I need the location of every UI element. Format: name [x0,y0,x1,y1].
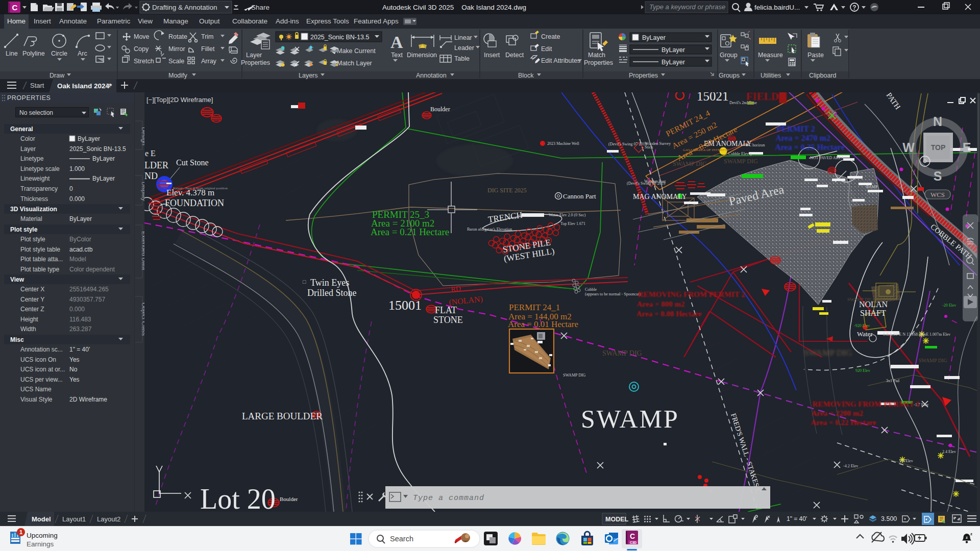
svg-text:UCS icon at or...: UCS icon at or... [20,366,65,373]
svg-text:E: E [963,140,971,155]
svg-text:SWAMP DIG: SWAMP DIG [919,358,947,363]
svg-text:3x1 Pad: 3x1 Pad [886,379,899,383]
svg-text:-20 Elev: -20 Elev [942,303,956,308]
svg-text:Type a keyword or phrase: Type a keyword or phrase [649,3,725,11]
svg-text:Start: Start [30,82,44,89]
svg-text:RAMP: RAMP [866,185,878,189]
svg-text:REMOVING FROM PERMIT 1: REMOVING FROM PERMIT 1 [813,400,920,408]
svg-text:0.000: 0.000 [69,195,85,203]
svg-text:Paste: Paste [807,52,824,59]
svg-text:Top Elev 1.671: Top Elev 1.671 [560,221,585,226]
svg-text:-920 Elev: -920 Elev [854,323,870,328]
svg-text:ByLayer: ByLayer [642,34,666,41]
svg-text:Drafting & Annotation: Drafting & Annotation [152,4,217,11]
svg-text:Layout1: Layout1 [62,515,86,523]
svg-text:3D Visualization: 3D Visualization [10,206,57,213]
svg-text:Twin Eyes: Twin Eyes [310,278,349,288]
svg-text:☐: ☐ [302,280,306,285]
svg-text:0: 0 [69,185,73,192]
svg-text:ByLayer: ByLayer [92,175,115,182]
svg-text:Edit: Edit [541,45,552,53]
svg-text:Autodesk Civil 3D 2025 Oak: Autodesk Civil 3D 2025 Oak Island 2024.d… [382,4,526,11]
svg-text:Properties: Properties [241,59,270,66]
svg-text:Model: Model [69,256,86,263]
svg-text:920 Elev: 920 Elev [855,368,870,373]
svg-text:1.000: 1.000 [69,165,85,172]
svg-text:S.E.6,347E N 13,168.28mE 1.007: S.E.6,347E N 13,168.28mE 1.007m Elev [883,332,950,337]
svg-text:Modify: Modify [168,72,188,79]
svg-text:Misc: Misc [10,336,24,343]
svg-text:ByLayer: ByLayer [92,155,115,162]
svg-text:acad.ctb: acad.ctb [69,246,93,253]
svg-text:Linetype scale: Linetype scale [20,165,60,172]
svg-text:Create: Create [541,33,560,40]
svg-text:Dimension: Dimension [407,52,437,59]
svg-text:(Devil's Swing 07 2019: (Devil's Swing 07 2019 [608,142,647,146]
svg-text:Lot 20: Lot 20 [200,483,276,512]
svg-text:3.500: 3.500 [881,515,897,522]
svg-text:Area = 0.25 Hectare: Area = 0.25 Hectare [775,143,844,152]
svg-text:Upcoming: Upcoming [27,532,58,539]
svg-text:Plot style: Plot style [20,236,45,243]
svg-text:(appears to be normal - Spoonc: (appears to be normal - Spooncut) [585,292,641,296]
svg-text:1: 1 [19,529,22,535]
svg-text:z: z [970,532,972,536]
svg-text:ByColor: ByColor [69,236,91,243]
svg-text:NOT PAVED AREA: NOT PAVED AREA [810,156,844,160]
svg-text:UCS per view...: UCS per view... [20,376,63,383]
svg-text:Height: Height [20,316,38,323]
svg-text:Move: Move [134,33,150,40]
svg-text:Visual Style: Visual Style [20,396,53,403]
svg-text:2D Wireframe: 2D Wireframe [69,396,107,403]
svg-text:1" = 40': 1" = 40' [69,346,90,353]
svg-text:A: A [390,33,403,52]
svg-text:Transparency: Transparency [20,185,58,192]
svg-text:Annotation: Annotation [416,72,447,79]
svg-text:Measure: Measure [758,52,783,59]
svg-text:Plot style: Plot style [10,226,38,233]
svg-text:Area = 2470 m2: Area = 2470 m2 [775,134,830,142]
svg-text:116.483: 116.483 [69,316,91,323]
svg-text:Fillet: Fillet [201,45,215,53]
svg-text:Lineweight: Lineweight [20,175,50,182]
svg-text:Edit Attributes: Edit Attributes [541,57,580,64]
svg-text:Layout2: Layout2 [97,515,120,523]
svg-text:RD: RD [451,285,461,293]
svg-text:Type a command: Type a command [413,494,484,503]
svg-text:Arc: Arc [78,50,87,57]
svg-text:Area = 0.22 Hectare: Area = 0.22 Hectare [811,418,876,427]
svg-text:Earnings: Earnings [27,540,54,548]
svg-text:UCS icon On: UCS icon On [20,356,56,363]
svg-text:ByLayer: ByLayer [69,215,92,222]
svg-text:MAG ANOMALY: MAG ANOMALY [633,193,687,201]
svg-text:Cobble Elevʼş: Cobble Elevʼş [728,152,752,156]
svg-text:N: N [933,114,942,129]
svg-text:Water Elev 2.0 (0 Sec): Water Elev 2.0 (0 Sec) [549,213,586,217]
svg-text:Linear: Linear [454,34,472,41]
svg-text:SWAMP DIG: SWAMP DIG [602,349,642,357]
svg-text:Baron aforgatae's Elevation: Baron aforgatae's Elevation [467,227,512,232]
svg-text:Center Z: Center Z [20,306,44,313]
svg-text:PERMIT 2: PERMIT 2 [776,124,815,133]
svg-text:Center X: Center X [20,286,44,293]
svg-text:Drilled Stone: Drilled Stone [307,288,357,298]
svg-text:Group: Group [720,52,738,59]
svg-text:felicia.bairdU...: felicia.bairdU... [754,4,800,11]
svg-text:Groups: Groups [719,72,740,79]
svg-text:Mirror: Mirror [168,45,185,53]
svg-text:Line: Line [6,50,18,57]
svg-text:ND: ND [144,171,158,181]
svg-text:PERMIT 24_1: PERMIT 24_1 [509,303,560,312]
svg-text:Layer: Layer [20,145,36,153]
svg-text:Annotation sc...: Annotation sc... [20,346,63,353]
svg-text:Scale: Scale [168,58,184,65]
svg-text:2025_Sonic BN-13.5: 2025_Sonic BN-13.5 [310,34,369,41]
svg-text:Model: Model [32,515,51,523]
svg-text:Rotate: Rotate [168,33,187,40]
svg-text:e E: e E [145,149,156,158]
svg-text:FOUNDATION: FOUNDATION [165,198,224,208]
svg-text:Thickness: Thickness [20,195,48,203]
svg-text:Wooden Post: Wooden Post [644,179,666,184]
svg-text:C: C [630,532,635,540]
svg-text:Cobble: Cobble [585,287,597,292]
